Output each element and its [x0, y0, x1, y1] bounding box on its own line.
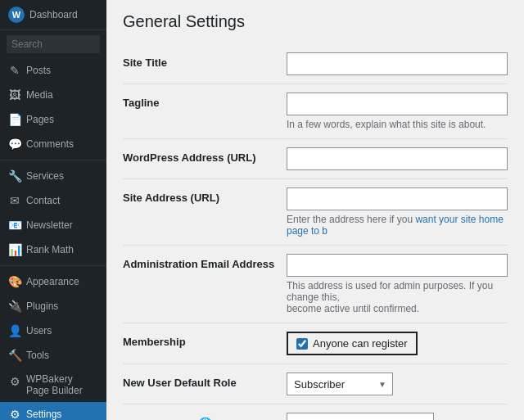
sidebar-item-label: WPBakery Page Builder: [26, 373, 98, 396]
language-flag-icon: 🌐: [198, 417, 212, 420]
sidebar-item-label: Pages: [26, 114, 54, 125]
main-content-area: General Settings Site Title Tagline In a…: [106, 0, 524, 420]
services-icon: 🔧: [8, 169, 21, 183]
membership-checkbox-wrapper[interactable]: Anyone can register: [287, 332, 418, 355]
sidebar-item-label: Contact: [26, 195, 60, 206]
site-title-label: Site Title: [123, 52, 287, 69]
tagline-label: Tagline: [123, 93, 287, 109]
sidebar-item-label: Newsletter: [26, 219, 73, 231]
default-role-label: New User Default Role: [123, 373, 287, 389]
wpbakery-icon: ⚙: [8, 375, 21, 388]
sidebar-item-label: Media: [26, 89, 53, 101]
comments-icon: 💬: [8, 138, 21, 151]
settings-row-tagline: Tagline In a few words, explain what thi…: [123, 84, 508, 139]
pages-icon: 📄: [8, 113, 21, 126]
settings-row-site-address: Site Address (URL) Enter the address her…: [123, 179, 508, 246]
site-address-input[interactable]: [287, 187, 508, 210]
contact-icon: ✉: [8, 194, 21, 207]
sidebar-item-plugins[interactable]: 🔌 Plugins: [0, 294, 106, 318]
admin-email-label: Administration Email Address: [123, 254, 287, 270]
sidebar-item-newsletter[interactable]: 📧 Newsletter: [0, 213, 106, 237]
sidebar-item-comments[interactable]: 💬 Comments: [0, 132, 106, 156]
wp-address-field: [287, 147, 508, 170]
sidebar-item-appearance[interactable]: 🎨 Appearance: [0, 269, 106, 294]
sidebar-item-contact[interactable]: ✉ Contact: [0, 188, 106, 213]
sidebar-item-label: Appearance: [26, 276, 79, 287]
sidebar-item-services[interactable]: 🔧 Services: [0, 164, 106, 188]
appearance-icon: 🎨: [8, 275, 21, 288]
settings-row-membership: Membership Anyone can register: [123, 323, 508, 364]
sidebar-item-label: Services: [26, 170, 64, 182]
main-content: General Settings Site Title Tagline In a…: [106, 0, 524, 420]
sidebar-item-users[interactable]: 👤 Users: [0, 318, 106, 343]
newsletter-icon: 📧: [8, 219, 21, 232]
settings-row-wp-address: WordPress Address (URL): [123, 139, 508, 179]
tools-icon: 🔨: [8, 349, 21, 362]
settings-row-default-role: New User Default Role Subscriber Editor …: [123, 364, 508, 404]
sidebar-item-label: Plugins: [26, 300, 58, 312]
sidebar-item-label: Tools: [26, 350, 49, 361]
sidebar: W Dashboard ✎ Posts 🖼 Media 📄 Pages 💬 Co…: [0, 0, 106, 420]
site-language-select-wrapper: English (United States) ▼: [287, 413, 434, 420]
settings-row-site-title: Site Title: [123, 44, 508, 84]
site-address-field: Enter the address here if you want your …: [287, 187, 508, 237]
sidebar-logo[interactable]: W Dashboard: [0, 0, 106, 30]
sidebar-item-rankmath[interactable]: 📊 Rank Math: [0, 237, 106, 262]
settings-row-site-language: Site Language 🌐 English (United States) …: [123, 404, 508, 420]
site-title-field: [287, 52, 508, 75]
plugins-icon: 🔌: [8, 300, 21, 313]
page-title: General Settings: [123, 12, 508, 31]
sidebar-item-media[interactable]: 🖼 Media: [0, 83, 106, 107]
tagline-desc: In a few words, explain what this site i…: [287, 119, 508, 130]
default-role-select-wrapper: Subscriber Editor Author Administrator ▼: [287, 373, 393, 395]
wp-address-input[interactable]: [287, 147, 508, 170]
sidebar-item-label: Posts: [26, 65, 51, 76]
search-input[interactable]: [7, 35, 100, 53]
sidebar-item-settings[interactable]: ⚙ Settings: [0, 402, 106, 420]
default-role-select[interactable]: Subscriber Editor Author Administrator: [287, 373, 393, 395]
admin-email-desc: This address is used for admin purposes.…: [287, 280, 508, 314]
admin-email-input[interactable]: [287, 254, 508, 277]
site-address-desc: Enter the address here if you want your …: [287, 214, 508, 237]
site-language-select[interactable]: English (United States): [287, 413, 434, 420]
sidebar-item-wpbakery[interactable]: ⚙ WPBakery Page Builder: [0, 368, 106, 402]
settings-icon: ⚙: [8, 408, 21, 420]
anyone-can-register-label: Anyone can register: [313, 337, 408, 350]
site-language-field: English (United States) ▼: [287, 413, 508, 420]
posts-icon: ✎: [8, 64, 21, 77]
dashboard-label: Dashboard: [29, 9, 78, 20]
sidebar-separator: [0, 265, 106, 266]
tagline-input[interactable]: [287, 93, 508, 115]
users-icon: 👤: [8, 324, 21, 337]
site-language-label: Site Language 🌐: [123, 413, 287, 420]
sidebar-item-pages[interactable]: 📄 Pages: [0, 107, 106, 132]
admin-email-field: This address is used for admin purposes.…: [287, 254, 508, 314]
wp-address-label: WordPress Address (URL): [123, 147, 287, 164]
settings-row-admin-email: Administration Email Address This addres…: [123, 246, 508, 323]
default-role-field: Subscriber Editor Author Administrator ▼: [287, 373, 508, 395]
anyone-can-register-checkbox[interactable]: [296, 338, 308, 350]
sidebar-item-tools[interactable]: 🔨 Tools: [0, 343, 106, 368]
site-address-link[interactable]: want your site home page to b: [287, 214, 504, 237]
site-title-input[interactable]: [287, 52, 508, 75]
sidebar-item-label: Settings: [26, 409, 61, 420]
sidebar-item-label: Rank Math: [26, 244, 74, 255]
sidebar-item-label: Comments: [26, 138, 74, 150]
sidebar-item-posts[interactable]: ✎ Posts: [0, 58, 106, 83]
dashboard-icon: W: [8, 7, 25, 23]
rankmath-icon: 📊: [8, 243, 21, 256]
media-icon: 🖼: [8, 88, 21, 102]
sidebar-separator: [0, 160, 106, 160]
membership-field: Anyone can register: [287, 332, 508, 355]
tagline-field: In a few words, explain what this site i…: [287, 93, 508, 130]
sidebar-item-label: Users: [26, 325, 52, 336]
membership-label: Membership: [123, 332, 287, 348]
site-address-label: Site Address (URL): [123, 187, 287, 204]
